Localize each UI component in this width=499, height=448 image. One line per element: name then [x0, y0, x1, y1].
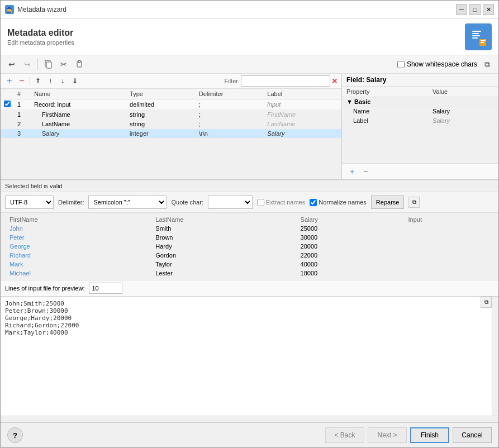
fields-data-table: # Name Type Delimiter Label 1 R	[1, 89, 341, 139]
metadata-editor-icon	[468, 27, 488, 47]
header-text: Metadata editor Edit metadata properties	[7, 28, 74, 46]
col-header-label: Label	[264, 89, 341, 99]
raw-scrollbar-v[interactable]	[492, 297, 498, 416]
list-item[interactable]: Name Salary	[342, 107, 498, 116]
table-row: John Smith 25000	[3, 224, 496, 233]
cell-lastname: Smith	[149, 224, 293, 233]
show-whitespace-checkbox[interactable]	[397, 61, 405, 68]
move-top-button[interactable]: ⇑	[32, 75, 44, 87]
table-row[interactable]: 3 Salary integer \r\n Salary	[1, 129, 341, 139]
undo-button[interactable]: ↩	[5, 58, 18, 71]
row-checkbox[interactable]	[4, 101, 11, 107]
preview-table: FirstName LastName Salary Input John Smi…	[3, 215, 496, 278]
add-field-button[interactable]: +	[4, 75, 15, 87]
delimiter-select[interactable]: Semicolon ";" Comma "," Tab Space	[88, 196, 167, 209]
cell-firstname: John	[3, 224, 149, 233]
table-row[interactable]: 1 Record: input delimited ; input	[1, 99, 341, 110]
copy-doc-button[interactable]	[41, 58, 55, 71]
redo-button[interactable]: ↪	[21, 58, 34, 71]
cell-firstname: Mark	[3, 260, 149, 269]
reparse-button[interactable]: Reparse	[371, 196, 405, 209]
cell-firstname: Peter	[3, 233, 149, 242]
filter-input[interactable]	[241, 75, 330, 87]
table-row[interactable]: 2 LastName string ; LastName	[1, 120, 341, 129]
show-whitespace-label[interactable]: Show whitespace chars	[397, 60, 477, 68]
copy-doc-icon	[44, 60, 53, 69]
close-button[interactable]: ✕	[483, 4, 494, 15]
prop-name: Label	[342, 116, 428, 126]
fields-sep1	[30, 77, 30, 85]
raw-line: Richard;Gordon;22000	[5, 322, 487, 329]
remove-field-button[interactable]: −	[16, 75, 27, 87]
cancel-button[interactable]: Cancel	[453, 427, 492, 443]
clear-filter-button[interactable]: ✕	[331, 77, 338, 85]
raw-scrollbar-h[interactable]	[1, 416, 498, 422]
move-bottom-button[interactable]: ⇓	[69, 75, 80, 87]
quote-select[interactable]: " '	[208, 196, 253, 209]
lines-input[interactable]	[89, 283, 122, 294]
row-num: 3	[14, 129, 31, 139]
preview-col-input: Input	[402, 215, 497, 224]
extract-names-label[interactable]: Extract names	[257, 199, 305, 206]
header-icon	[465, 23, 492, 50]
toolbar-actions: ↩ ↪ ✂	[5, 58, 86, 71]
preview-col-firstname: FirstName	[3, 215, 149, 224]
next-button[interactable]: Next >	[368, 427, 407, 443]
normalize-names-label[interactable]: Normalize names	[310, 199, 367, 206]
copy2-button[interactable]: ⧉	[481, 58, 494, 71]
prop-col-property: Property	[342, 87, 428, 97]
move-up-button[interactable]: ↑	[45, 75, 56, 87]
field-label: Field: Salary	[346, 76, 386, 84]
row-num: 2	[14, 120, 31, 129]
cell-firstname: Richard	[3, 251, 149, 260]
add-property-button[interactable]: +	[346, 166, 358, 177]
fields-add-toolbar: + − ⇑ ↑ ↓ ⇓ Filter: ✕	[1, 74, 341, 89]
list-item[interactable]: Label Salary	[342, 116, 498, 126]
row-name: LastName	[31, 120, 126, 129]
back-button[interactable]: < Back	[325, 427, 364, 443]
window-controls: ─ □ ✕	[456, 4, 494, 15]
copy-preview-button[interactable]: ⧉	[408, 197, 420, 208]
normalize-names-checkbox[interactable]	[310, 199, 317, 206]
cell-salary: 25000	[294, 224, 402, 233]
maximize-button[interactable]: □	[469, 4, 481, 15]
table-row: George Hardy 20000	[3, 242, 496, 251]
paste-button[interactable]	[73, 58, 86, 71]
svg-rect-3	[472, 35, 480, 36]
cell-salary: 40000	[294, 260, 402, 269]
status-bar: Selected field is valid	[1, 180, 498, 192]
cell-salary: 22000	[294, 251, 402, 260]
cell-input	[402, 260, 497, 269]
col-header-check	[1, 89, 14, 99]
cell-salary: 18000	[294, 269, 402, 278]
page-subtitle: Edit metadata properties	[7, 39, 74, 46]
row-num: 1	[14, 99, 31, 110]
delimiter-label: Delimiter:	[58, 199, 84, 206]
remove-property-button[interactable]: −	[360, 166, 371, 177]
toolbar-right: Show whitespace chars ⧉	[397, 58, 494, 71]
minimize-button[interactable]: ─	[456, 4, 467, 15]
status-text: Selected field is valid	[5, 183, 63, 189]
move-down-button[interactable]: ↓	[57, 75, 68, 87]
finish-button[interactable]: Finish	[410, 427, 449, 443]
show-whitespace-text: Show whitespace chars	[407, 60, 477, 68]
title-bar: 🧙 Metadata wizard ─ □ ✕	[1, 1, 498, 19]
row-check	[1, 99, 14, 110]
header: Metadata editor Edit metadata properties	[1, 19, 498, 55]
row-delimiter: ;	[196, 99, 264, 110]
properties-panel: Field: Salary Property Value	[342, 74, 498, 179]
copy-raw-button[interactable]: ⧉	[481, 297, 492, 308]
raw-line: John;Smith;25000	[5, 300, 487, 307]
svg-rect-12	[78, 60, 80, 63]
row-label: LastName	[264, 120, 341, 129]
help-button[interactable]: ?	[7, 427, 23, 443]
middle-toolbar: UTF-8 UTF-16 ISO-8859-1 Delimiter: Semic…	[1, 192, 498, 213]
cut-button[interactable]: ✂	[57, 58, 70, 71]
properties-table: Property Value ▼ Basic Name	[342, 87, 498, 163]
raw-line: Peter;Brown;30000	[5, 307, 487, 314]
table-row[interactable]: 1 FirstName string ; FirstName	[1, 110, 341, 120]
encoding-select[interactable]: UTF-8 UTF-16 ISO-8859-1	[5, 196, 54, 209]
row-check	[1, 129, 14, 139]
extract-names-checkbox[interactable]	[257, 199, 264, 206]
page-title: Metadata editor	[7, 28, 74, 38]
